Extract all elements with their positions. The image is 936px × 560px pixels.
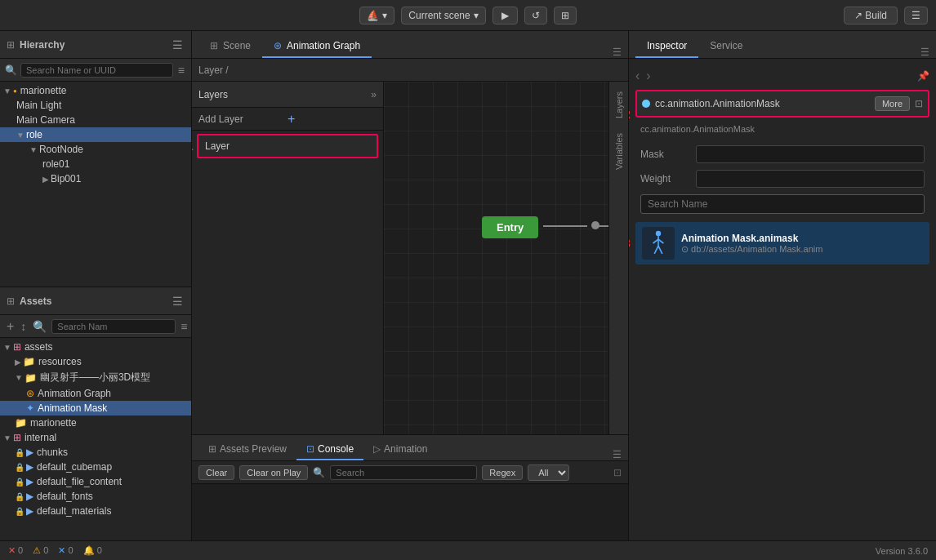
marionette-label: marionette bbox=[20, 85, 67, 96]
scene-select[interactable]: Current scene ▾ bbox=[401, 7, 485, 24]
hierarchy-search-input[interactable] bbox=[20, 63, 173, 78]
scene-tab-label: Scene bbox=[223, 40, 251, 51]
cubemap-icon: ▶ bbox=[26, 461, 33, 473]
tree-item-marionette[interactable]: ▼ ● marionette bbox=[0, 83, 191, 98]
tab-animation[interactable]: ▷ Animation bbox=[363, 439, 437, 460]
assets-root-arrow[interactable]: ▼ bbox=[3, 343, 11, 352]
asset-chunks[interactable]: 🔒 ▶ chunks bbox=[0, 445, 191, 460]
search-name-input[interactable] bbox=[640, 194, 925, 214]
asset-ghost[interactable]: ▼ 📁 幽灵射手——小丽3D模型 bbox=[0, 369, 191, 386]
weight-value[interactable] bbox=[696, 170, 925, 188]
platform-btn[interactable]: ⛵ ▾ bbox=[359, 7, 394, 24]
materials-label: default_materials bbox=[37, 505, 111, 517]
assets-list-view[interactable]: ≡ bbox=[179, 318, 189, 335]
ghost-arrow[interactable]: ▼ bbox=[15, 373, 23, 382]
clear-btn[interactable]: Clear bbox=[198, 465, 234, 480]
layer-item-1[interactable]: Layer bbox=[197, 134, 378, 158]
tree-item-mainlight[interactable]: Main Light bbox=[0, 98, 191, 113]
settings-btn[interactable]: ☰ bbox=[904, 7, 928, 24]
resources-label: resources bbox=[38, 356, 82, 367]
more-button[interactable]: More bbox=[875, 96, 910, 111]
tab-scene[interactable]: ⊞ Scene bbox=[198, 35, 262, 58]
asset-marionette[interactable]: 📁 marionette bbox=[0, 416, 191, 430]
asset-internal[interactable]: ▼ ⊞ internal bbox=[0, 430, 191, 445]
layers-expand[interactable]: » bbox=[371, 89, 377, 100]
inspector-tab-menu[interactable]: ☰ bbox=[920, 47, 929, 58]
clear-on-play-btn[interactable]: Clear on Play bbox=[239, 465, 308, 480]
tab-assets-preview[interactable]: ⊞ Assets Preview bbox=[198, 439, 296, 460]
filecontent-label: default_file_content bbox=[37, 476, 122, 487]
component-header: cc.animation.AnimationMask More ⊡ bbox=[635, 90, 929, 118]
tree-item-role01[interactable]: role01 bbox=[0, 157, 191, 171]
hierarchy-menu[interactable]: ☰ bbox=[171, 37, 185, 53]
role-arrow[interactable]: ▼ bbox=[16, 131, 25, 140]
version-label: Version 3.6.0 bbox=[876, 546, 928, 556]
nav-back[interactable]: ‹ bbox=[635, 69, 640, 83]
add-layer-btn[interactable]: + bbox=[287, 112, 377, 127]
tree-item-maincamera[interactable]: Main Camera bbox=[0, 113, 191, 127]
hierarchy-tree: ▼ ● marionette Main Light Main Camera ▼ … bbox=[0, 82, 191, 287]
service-label: Service bbox=[710, 40, 742, 51]
tree-item-bip001[interactable]: ▶ Bip001 bbox=[0, 171, 191, 186]
asset-resources[interactable]: ▶ 📁 resources bbox=[0, 354, 191, 369]
console-icon: ⊡ bbox=[306, 443, 314, 455]
asset-animation-graph[interactable]: ⊛ Animation Graph bbox=[0, 386, 191, 401]
tab-service[interactable]: Service bbox=[698, 35, 754, 58]
fonts-lock: 🔒 bbox=[15, 492, 25, 501]
vtab-variables[interactable]: Variables bbox=[613, 127, 626, 176]
tree-item-rootnode[interactable]: ▼ RootNode bbox=[0, 142, 191, 157]
hierarchy-filter[interactable]: ≡ bbox=[176, 62, 186, 78]
bip001-arrow[interactable]: ▶ bbox=[42, 175, 49, 184]
internal-arrow[interactable]: ▼ bbox=[3, 433, 11, 442]
materials-icon: ▶ bbox=[26, 505, 33, 517]
node-entry[interactable]: Entry bbox=[482, 216, 538, 238]
resources-arrow[interactable]: ▶ bbox=[15, 358, 21, 367]
assets-menu[interactable]: ☰ bbox=[171, 293, 185, 309]
play-btn[interactable]: ▶ bbox=[493, 7, 518, 24]
asset-default-cubemap[interactable]: 🔒 ▶ default_cubemap bbox=[0, 460, 191, 474]
layers-panel: Layers » Add Layer + 1 Layer bbox=[192, 82, 384, 434]
step1-label: 1 bbox=[192, 140, 194, 153]
db-icon: ⊙ bbox=[681, 244, 689, 254]
refresh-btn[interactable]: ↺ bbox=[524, 7, 547, 24]
tab-console[interactable]: ⊡ Console bbox=[296, 439, 363, 460]
assets-add[interactable]: + bbox=[5, 318, 16, 336]
console-search-input[interactable] bbox=[330, 465, 477, 480]
collapse-icon[interactable]: ⊡ bbox=[915, 98, 923, 109]
assets-search-input[interactable] bbox=[51, 319, 176, 334]
console-extra-btn[interactable]: ⊡ bbox=[613, 467, 622, 478]
rootnode-arrow[interactable]: ▼ bbox=[29, 145, 38, 154]
mask-value[interactable] bbox=[696, 145, 925, 163]
asset-default-materials[interactable]: 🔒 ▶ default_materials bbox=[0, 504, 191, 518]
tab-animation-graph[interactable]: ⊛ Animation Graph bbox=[262, 35, 372, 58]
console-tab-menu[interactable]: ☰ bbox=[613, 449, 622, 460]
anim-mask-icon: ✦ bbox=[26, 402, 34, 414]
weight-label: Weight bbox=[640, 173, 689, 184]
pin-btn[interactable]: 📌 bbox=[917, 70, 929, 82]
console-label: Console bbox=[318, 443, 354, 455]
assets-title: Assets bbox=[20, 296, 166, 307]
assets-sort[interactable]: ↕ bbox=[19, 318, 28, 335]
level-select[interactable]: All bbox=[528, 464, 569, 481]
asset-default-fonts[interactable]: 🔒 ▶ default_fonts bbox=[0, 489, 191, 504]
marionette-arrow[interactable]: ▼ bbox=[3, 87, 11, 96]
build-button[interactable]: ↗ Build bbox=[844, 7, 898, 24]
asset-animation-mask[interactable]: ✦ Animation Mask bbox=[0, 401, 191, 416]
build-arrow: ↗ bbox=[854, 10, 862, 21]
vtab-layers[interactable]: Layers bbox=[613, 85, 626, 125]
nav-forward[interactable]: › bbox=[646, 69, 650, 83]
tab-inspector[interactable]: Inspector bbox=[635, 35, 698, 58]
console-toolbar: Clear Clear on Play 🔍 Regex All ⊡ bbox=[192, 461, 628, 484]
assets-toolbar: + ↕ 🔍 ≡ ↺ bbox=[0, 315, 191, 338]
graph-canvas[interactable]: Entry Any bbox=[384, 82, 608, 434]
filecontent-icon: ▶ bbox=[26, 476, 33, 487]
grid-btn[interactable]: ⊞ bbox=[554, 7, 577, 24]
tree-item-role[interactable]: ▼ role bbox=[0, 127, 191, 142]
bottom-tabs: ⊞ Assets Preview ⊡ Console ▷ Animation ☰ bbox=[192, 435, 628, 461]
center-tab-menu[interactable]: ☰ bbox=[613, 47, 622, 58]
asset-default-file-content[interactable]: 🔒 ▶ default_file_content bbox=[0, 474, 191, 489]
assets-search-icon[interactable]: 🔍 bbox=[31, 318, 48, 335]
mask-item[interactable]: Animation Mask.animask ⊙ db://assets/Ani… bbox=[635, 222, 929, 264]
regex-btn[interactable]: Regex bbox=[482, 465, 523, 480]
asset-root[interactable]: ▼ ⊞ assets bbox=[0, 340, 191, 354]
